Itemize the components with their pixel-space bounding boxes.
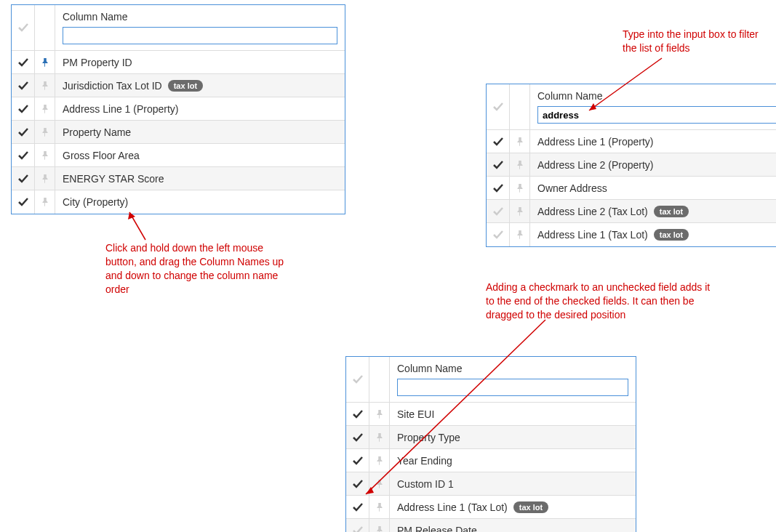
column-row[interactable]: Gross Floor Area — [12, 144, 345, 167]
row-name-cell[interactable]: Jurisdiction Tax Lot IDtax lot — [55, 74, 345, 97]
column-row[interactable]: Address Line 1 (Tax Lot)tax lot — [487, 223, 776, 246]
column-row[interactable]: PM Property ID — [12, 51, 345, 74]
column-list-panel-1: Column Name PM Property IDJurisdiction T… — [11, 4, 345, 214]
column-row[interactable]: Property Name — [12, 121, 345, 144]
row-check-cell[interactable] — [487, 200, 510, 222]
row-check-cell[interactable] — [487, 130, 510, 153]
column-header-label: Column Name — [63, 9, 337, 24]
row-pin-cell[interactable] — [35, 144, 55, 166]
row-check-cell[interactable] — [346, 426, 369, 448]
row-check-cell[interactable] — [346, 496, 369, 518]
row-pin-cell[interactable] — [510, 223, 530, 246]
row-name-cell[interactable]: Property Type — [390, 426, 636, 448]
column-row[interactable]: Address Line 2 (Tax Lot)tax lot — [487, 200, 776, 223]
filter-input[interactable] — [537, 106, 776, 124]
row-check-cell[interactable] — [346, 519, 369, 532]
annotation-filter-help: Type into the input box to filter the li… — [623, 28, 768, 55]
column-row[interactable]: Jurisdiction Tax Lot IDtax lot — [12, 74, 345, 97]
row-name-cell[interactable]: Owner Address — [530, 177, 776, 199]
column-row[interactable]: Address Line 2 (Property) — [487, 153, 776, 177]
row-name-cell[interactable]: Address Line 1 (Property) — [55, 97, 345, 120]
row-check-cell[interactable] — [12, 51, 35, 73]
column-row[interactable]: Address Line 1 (Tax Lot)tax lot — [346, 496, 636, 519]
row-pin-cell[interactable] — [369, 519, 390, 532]
check-icon — [492, 206, 504, 217]
header-pin-cell — [369, 357, 390, 402]
column-row[interactable]: Owner Address — [487, 177, 776, 200]
row-pin-cell[interactable] — [510, 153, 530, 176]
header-row: Column Name — [346, 357, 636, 403]
column-row[interactable]: PM Release Date — [346, 519, 636, 532]
row-pin-cell[interactable] — [35, 97, 55, 120]
filter-input[interactable] — [63, 27, 337, 44]
row-name-cell[interactable]: Property Name — [55, 121, 345, 143]
row-pin-cell[interactable] — [369, 496, 390, 518]
row-name-cell[interactable]: Address Line 1 (Tax Lot)tax lot — [530, 223, 776, 246]
column-row[interactable]: Custom ID 1 — [346, 472, 636, 496]
row-check-cell[interactable] — [12, 144, 35, 166]
row-name-cell[interactable]: Address Line 2 (Property) — [530, 153, 776, 176]
column-row[interactable]: Site EUI — [346, 403, 636, 426]
row-pin-cell[interactable] — [369, 426, 390, 448]
row-pin-cell[interactable] — [35, 74, 55, 97]
row-name-cell[interactable]: Site EUI — [390, 403, 636, 425]
row-name-cell[interactable]: Gross Floor Area — [55, 144, 345, 166]
row-name-cell[interactable]: City (Property) — [55, 190, 345, 214]
pin-icon — [41, 127, 49, 137]
row-check-cell[interactable] — [12, 167, 35, 190]
row-pin-cell[interactable] — [35, 121, 55, 143]
row-name-cell[interactable]: Address Line 2 (Tax Lot)tax lot — [530, 200, 776, 222]
pin-icon — [375, 409, 384, 419]
row-name-cell[interactable]: ENERGY STAR Score — [55, 167, 345, 190]
check-icon — [492, 159, 504, 171]
row-check-cell[interactable] — [346, 472, 369, 495]
row-label: Year Ending — [397, 455, 452, 467]
row-check-cell[interactable] — [12, 97, 35, 120]
row-name-cell[interactable]: Address Line 1 (Property) — [530, 130, 776, 153]
row-name-cell[interactable]: PM Release Date — [390, 519, 636, 532]
row-name-cell[interactable]: Custom ID 1 — [390, 472, 636, 495]
annotation-check-help: Adding a checkmark to an unchecked field… — [486, 281, 711, 322]
annotation-drag-help: Click and hold down the left mouse butto… — [105, 241, 295, 297]
row-label: Custom ID 1 — [397, 478, 454, 490]
check-icon — [352, 455, 364, 467]
check-icon — [492, 136, 504, 148]
pin-icon — [375, 456, 384, 466]
row-pin-cell[interactable] — [510, 130, 530, 153]
row-pin-cell[interactable] — [369, 472, 390, 495]
column-row[interactable]: ENERGY STAR Score — [12, 167, 345, 190]
row-check-cell[interactable] — [487, 153, 510, 176]
row-check-cell[interactable] — [346, 449, 369, 472]
row-name-cell[interactable]: Year Ending — [390, 449, 636, 472]
column-row[interactable]: Address Line 1 (Property) — [487, 130, 776, 153]
row-pin-cell[interactable] — [369, 403, 390, 425]
row-pin-cell[interactable] — [35, 190, 55, 214]
row-pin-cell[interactable] — [35, 51, 55, 73]
row-pin-cell[interactable] — [369, 449, 390, 472]
column-row[interactable]: Property Type — [346, 426, 636, 449]
row-name-cell[interactable]: PM Property ID — [55, 51, 345, 73]
column-row[interactable]: City (Property) — [12, 190, 345, 214]
row-check-cell[interactable] — [487, 223, 510, 246]
rows-container-2: Address Line 1 (Property)Address Line 2 … — [487, 130, 776, 246]
row-check-cell[interactable] — [487, 177, 510, 199]
row-pin-cell[interactable] — [35, 167, 55, 190]
row-name-cell[interactable]: Address Line 1 (Tax Lot)tax lot — [390, 496, 636, 518]
row-check-cell[interactable] — [12, 74, 35, 97]
taxlot-badge: tax lot — [654, 229, 689, 241]
column-row[interactable]: Address Line 1 (Property) — [12, 97, 345, 121]
header-pin-cell — [35, 5, 55, 50]
row-label: Jurisdiction Tax Lot ID — [63, 80, 162, 92]
row-check-cell[interactable] — [12, 190, 35, 214]
row-check-cell[interactable] — [12, 121, 35, 143]
check-icon — [352, 408, 364, 420]
pin-icon — [375, 525, 384, 532]
filter-input[interactable] — [397, 379, 628, 396]
column-row[interactable]: Year Ending — [346, 449, 636, 472]
row-pin-cell[interactable] — [510, 177, 530, 199]
row-check-cell[interactable] — [346, 403, 369, 425]
row-pin-cell[interactable] — [510, 200, 530, 222]
check-icon — [17, 173, 29, 185]
column-list-panel-3: Column Name Site EUIProperty TypeYear En… — [345, 356, 636, 532]
header-row: Column Name — [487, 84, 776, 130]
